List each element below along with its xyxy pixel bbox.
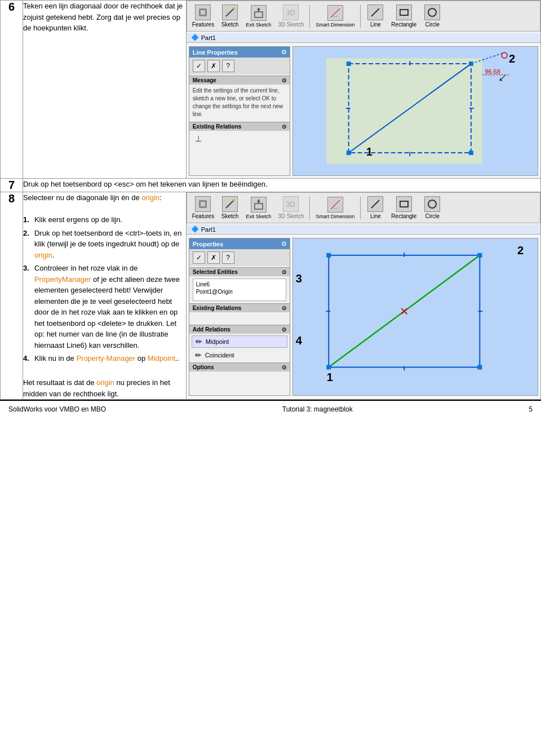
annotation-2: 2 xyxy=(509,52,515,65)
svg-rect-22 xyxy=(346,151,351,155)
circle-icon xyxy=(424,5,440,20)
svg-text:↔: ↔ xyxy=(333,205,338,210)
toolbar-smart-dim-8[interactable]: ↔ Smart Dimension xyxy=(313,196,357,220)
svg-point-12 xyxy=(428,8,436,16)
ok-button-8[interactable]: ✓ xyxy=(193,251,205,264)
ar-collapse-icon[interactable]: ⊙ xyxy=(282,326,286,333)
annotation-3-8: 3 xyxy=(296,272,302,285)
exit-sketch-icon xyxy=(251,5,267,21)
svg-rect-13 xyxy=(326,58,482,164)
part1-label-8: Part1 xyxy=(201,226,216,233)
toolbar-features[interactable]: Features xyxy=(190,3,216,29)
panel-title-6: Line Properties ⊙ xyxy=(189,47,290,58)
toolbar-line[interactable]: Line xyxy=(364,3,387,29)
existing-relations-section-8: Existing Relations ⊙ xyxy=(189,303,290,324)
row-number-7: 7 xyxy=(1,179,23,192)
add-midpoint-item[interactable]: ✏ Midpoint xyxy=(192,335,287,348)
toolbar-sep-8-2 xyxy=(360,197,361,219)
panel-collapse-8[interactable]: ⊙ xyxy=(281,240,286,247)
sketch-svg-6: 96.68 xyxy=(293,47,538,175)
panel-buttons-6: ✓ ✗ ? xyxy=(189,58,290,74)
existing-relations-title-8: Existing Relations ⊙ xyxy=(189,304,290,312)
row-number-6: 6 xyxy=(1,1,23,179)
toolbar-features-8[interactable]: Features xyxy=(190,195,216,220)
svg-line-2 xyxy=(226,8,234,16)
svg-rect-4 xyxy=(255,12,263,17)
screenshot-6: Features Sketch Exit Sketch xyxy=(187,1,540,178)
sketch-wrapper-8: Properties ⊙ ✓ ✗ ? Selected Entities xyxy=(187,236,540,398)
svg-rect-11 xyxy=(400,10,408,15)
cancel-button[interactable]: ✗ xyxy=(207,60,220,72)
toolbar-exit-sketch[interactable]: Exit Sketch xyxy=(243,4,273,29)
svg-point-3 xyxy=(233,7,235,10)
part1-icon: 🔷 xyxy=(191,34,199,41)
svg-point-40 xyxy=(428,200,436,208)
part1-icon-8: 🔷 xyxy=(191,226,199,233)
svg-rect-20 xyxy=(346,61,351,66)
ok-button[interactable]: ✓ xyxy=(193,60,205,72)
toolbar-3d-sketch-8[interactable]: 3D 3D Sketch xyxy=(276,195,306,220)
line-properties-panel: Line Properties ⊙ ✓ ✗ ? Message xyxy=(189,46,290,176)
svg-rect-29 xyxy=(201,202,205,206)
svg-text:96.68: 96.68 xyxy=(485,68,500,75)
row-8-intro: Selecteer nu de diagonale lijn én de ori… xyxy=(23,192,186,204)
help-button-8[interactable]: ? xyxy=(222,251,234,264)
entity-point1origin: Point1@Origin xyxy=(195,288,284,295)
toolbar-sketch-8[interactable]: Sketch xyxy=(219,195,241,220)
footer-left-text: SolidWorks voor VMBO en MBO xyxy=(8,405,106,413)
message-section-title: Message ⊙ xyxy=(189,76,290,85)
page-footer: SolidWorks voor VMBO en MBO Tutorial 3: … xyxy=(0,400,541,418)
existing-relations-section: Existing Relations ⊙ ⊥ xyxy=(189,122,290,147)
svg-rect-32 xyxy=(255,204,263,209)
annotation-2-8: 2 xyxy=(517,244,524,257)
er-collapse-8[interactable]: ⊙ xyxy=(282,305,286,311)
features-icon-8 xyxy=(195,196,211,212)
footer-right-text: Tutorial 3: magneetblok xyxy=(282,405,353,413)
svg-rect-23 xyxy=(469,151,473,155)
existing-relations-content: ⊥ xyxy=(189,131,290,147)
sketch-wrapper-6: Line Properties ⊙ ✓ ✗ ? Message xyxy=(187,44,540,178)
panel-collapse-icon[interactable]: ⊙ xyxy=(281,48,286,56)
row-6-text: Teken een lijn diagonaal door de rechtho… xyxy=(23,1,186,179)
sketch-canvas-8: 1 2 3 4 xyxy=(292,238,538,396)
toolbar-circle-8[interactable]: Circle xyxy=(421,195,444,220)
panel-title-8: Properties ⊙ xyxy=(189,238,290,249)
svg-text:3D: 3D xyxy=(286,201,295,209)
svg-text:3D: 3D xyxy=(286,9,295,17)
toolbar-3d-sketch[interactable]: 3D 3D Sketch xyxy=(276,3,306,29)
svg-point-19 xyxy=(502,52,507,58)
svg-marker-6 xyxy=(257,7,260,10)
sketch-icon xyxy=(222,5,238,20)
options-section: Options ⊙ xyxy=(189,362,290,372)
line-icon xyxy=(367,5,383,20)
help-button[interactable]: ? xyxy=(222,60,234,72)
se-collapse-icon[interactable]: ⊙ xyxy=(282,269,286,275)
cancel-button-8[interactable]: ✗ xyxy=(207,251,220,264)
row-8-text: Selecteer nu de diagonale lijn én de ori… xyxy=(23,192,186,400)
step-2: 2. Druk op het toetsenbord de <ctrl>-toe… xyxy=(23,228,186,261)
svg-line-38 xyxy=(371,200,379,208)
3d-sketch-icon: 3D xyxy=(283,5,299,20)
toolbar-sketch[interactable]: Sketch xyxy=(219,3,241,29)
solidworks-toolbar-6: Features Sketch Exit Sketch xyxy=(187,1,540,32)
relation-perpendicular: ⊥ xyxy=(193,133,286,144)
perpendicular-symbol: ⊥ xyxy=(195,134,202,143)
er-collapse-icon[interactable]: ⊙ xyxy=(282,123,286,130)
toolbar-rectangle-8[interactable]: Rectangle xyxy=(389,195,419,220)
toolbar-exit-sketch-8[interactable]: Exit Sketch xyxy=(243,196,273,220)
svg-rect-39 xyxy=(400,201,408,207)
row-8-steps: 1. Klik eerst ergens op de lijn. 2. Druk… xyxy=(23,214,186,364)
section-collapse-icon[interactable]: ⊙ xyxy=(282,77,286,83)
annotation-4-8: 4 xyxy=(296,334,302,347)
footer-page-number: 5 xyxy=(529,405,533,413)
toolbar-rectangle[interactable]: Rectangle xyxy=(389,3,419,29)
row-number-8: 8 xyxy=(1,192,23,400)
add-coincident-item[interactable]: ✏ Coincident xyxy=(192,350,287,361)
toolbar-smart-dimension[interactable]: ↔ Smart Dimension xyxy=(313,4,357,29)
opt-collapse-icon[interactable]: ⊙ xyxy=(282,364,286,370)
screenshot-8: Features Sketch Exit Sketch xyxy=(187,192,540,398)
svg-rect-45 xyxy=(326,253,331,258)
toolbar-circle[interactable]: Circle xyxy=(421,3,444,29)
toolbar-line-8[interactable]: Line xyxy=(364,195,387,220)
toolbar-separator-2 xyxy=(360,5,361,28)
